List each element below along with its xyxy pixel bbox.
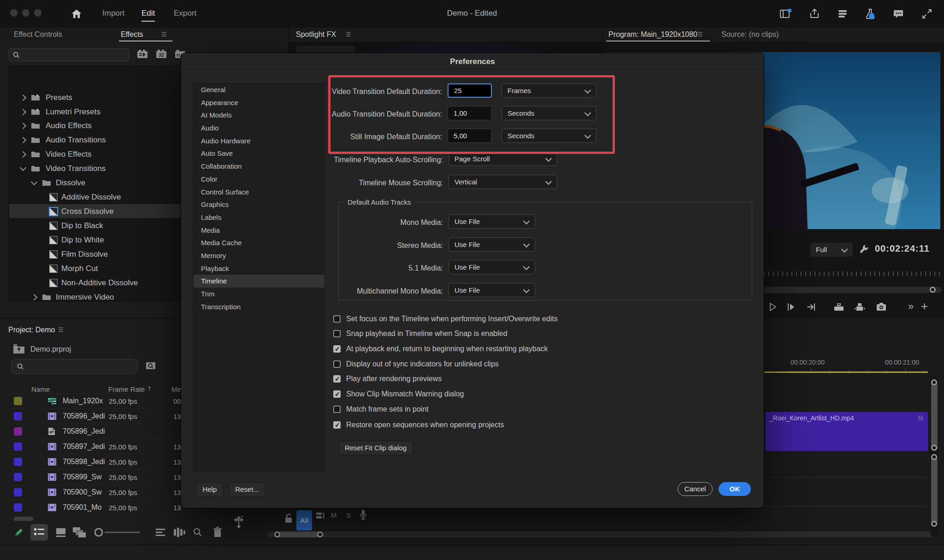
scroll-zoom-knob[interactable] <box>931 454 937 460</box>
chevron-right-icon[interactable] <box>20 151 26 158</box>
chevron-right-icon[interactable] <box>20 109 26 115</box>
category-timeline[interactable]: Timeline <box>194 275 324 288</box>
still-image-duration-input[interactable] <box>448 129 492 143</box>
project-search-field[interactable] <box>12 359 138 374</box>
track-mute-button[interactable]: M <box>331 511 337 519</box>
thumbnail-zoom-slider[interactable] <box>94 528 141 536</box>
track-solo-button[interactable]: S <box>346 511 351 519</box>
find-icon[interactable] <box>193 527 203 537</box>
scroll-zoom-knob[interactable] <box>931 445 937 451</box>
accelerated-effects-badge-icon[interactable] <box>137 49 148 59</box>
chevron-right-icon[interactable] <box>20 137 26 143</box>
checkbox-snap-playhead[interactable] <box>333 330 341 337</box>
label-color-swatch[interactable] <box>14 427 22 436</box>
category-media-cache[interactable]: Media Cache <box>194 236 324 249</box>
program-panel-menu-icon[interactable]: ☰ <box>697 31 703 38</box>
beta-flask-icon[interactable] <box>864 7 877 20</box>
play-in-to-out-icon[interactable] <box>806 302 816 312</box>
add-control-icon[interactable]: + <box>921 299 928 313</box>
column-header-frame-rate[interactable]: Frame Rate <box>108 385 145 393</box>
ok-button[interactable]: OK <box>719 482 751 496</box>
checkbox-play-after-render[interactable] <box>333 375 341 383</box>
checkbox-match-frame-in-point[interactable] <box>333 406 341 413</box>
column-header-name[interactable]: Name <box>31 385 50 393</box>
spotlight-panel-menu-icon[interactable]: ☰ <box>346 31 351 38</box>
label-color-swatch[interactable] <box>14 458 22 466</box>
voiceover-mic-icon[interactable] <box>360 509 367 520</box>
tab-source-monitor[interactable]: Source: (no clips) <box>721 30 779 39</box>
category-appearance[interactable]: Appearance <box>194 96 324 109</box>
video-tracks-scroll-handle[interactable] <box>931 382 938 451</box>
effects-search-field[interactable] <box>8 48 129 61</box>
chevron-down-icon[interactable] <box>31 179 37 185</box>
track-lock-icon[interactable] <box>284 513 293 524</box>
folder-up-icon[interactable] <box>13 344 25 354</box>
more-controls-icon[interactable]: » <box>908 301 914 312</box>
scroll-zoom-knob[interactable] <box>931 521 937 527</box>
audio-transition-duration-input[interactable] <box>448 106 492 120</box>
zoom-handle-left[interactable] <box>274 531 280 537</box>
zoom-handle-right[interactable] <box>317 531 323 537</box>
list-horizontal-scrollbar[interactable] <box>14 517 33 521</box>
effects-panel-menu-icon[interactable]: ☰ <box>161 31 167 38</box>
mixed-tools-icon[interactable] <box>233 514 245 531</box>
track-source-patch-icon[interactable] <box>316 512 325 520</box>
freeform-view-button[interactable] <box>72 526 87 538</box>
category-media[interactable]: Media <box>194 224 324 237</box>
category-labels[interactable]: Labels <box>194 211 324 224</box>
still-image-unit-select[interactable]: Seconds <box>502 129 596 143</box>
help-button[interactable]: Help <box>196 482 224 497</box>
checkbox-out-of-sync-indicators[interactable] <box>333 360 341 368</box>
32bit-color-badge-icon[interactable]: 32 <box>156 49 167 59</box>
feedback-icon[interactable] <box>892 7 905 20</box>
monitor-scrollbar-knob[interactable] <box>930 287 936 293</box>
chevron-right-icon[interactable] <box>20 94 26 101</box>
track-target-a3-button[interactable]: A3 <box>296 510 312 531</box>
video-transition-duration-input[interactable] <box>448 83 492 98</box>
tab-project[interactable]: Project: Demo <box>8 326 55 334</box>
label-color-swatch[interactable] <box>14 473 22 481</box>
zoom-level-select[interactable]: Full <box>810 243 853 257</box>
category-trim[interactable]: Trim <box>194 288 324 301</box>
step-forward-icon[interactable] <box>786 302 796 312</box>
timeline-horizontal-scrollbar[interactable] <box>267 531 936 537</box>
project-file-name[interactable]: Demo.prproj <box>30 345 71 354</box>
share-export-icon[interactable] <box>808 7 821 20</box>
search-bin-icon[interactable] <box>145 360 156 371</box>
list-view-button[interactable] <box>30 524 48 541</box>
category-transcription[interactable]: Transcription <box>194 301 324 313</box>
workspaces-icon[interactable] <box>836 7 849 20</box>
fullscreen-icon[interactable] <box>920 7 933 20</box>
column-header-media[interactable]: Me <box>171 385 181 393</box>
workspace-panel-icon[interactable] <box>779 7 792 20</box>
label-color-swatch[interactable] <box>14 397 22 405</box>
category-memory[interactable]: Memory <box>194 249 324 262</box>
mouse-scrolling-select[interactable]: Vertical <box>448 175 557 189</box>
label-color-swatch[interactable] <box>14 442 22 451</box>
monitor-time-ruler[interactable] <box>764 271 941 276</box>
chevron-right-icon[interactable] <box>31 294 37 301</box>
five-one-media-select[interactable]: Use File <box>448 260 535 274</box>
tab-effects[interactable]: Effects <box>121 30 143 39</box>
cancel-button[interactable]: Cancel <box>678 482 713 496</box>
reset-fit-clip-button[interactable]: Reset Fit Clip dialog <box>338 441 413 455</box>
audio-transition-unit-select[interactable]: Seconds <box>502 106 596 120</box>
checkbox-clip-mismatch-warning[interactable] <box>333 390 341 398</box>
column-settings-icon[interactable] <box>173 527 186 537</box>
tab-spotlight-fx[interactable]: Spotlight FX <box>296 30 336 39</box>
playback-autoscroll-select[interactable]: Page Scroll <box>448 152 557 166</box>
multichannel-media-select[interactable]: Use File <box>448 283 535 297</box>
sort-ascending-icon[interactable]: ↑ <box>148 384 151 393</box>
label-color-swatch[interactable] <box>14 488 22 496</box>
clip-fx-badge[interactable]: fx <box>918 414 923 422</box>
chevron-down-icon[interactable] <box>20 165 26 171</box>
mono-media-select[interactable]: Use File <box>448 214 535 229</box>
tab-program-monitor[interactable]: Program: Main_1920x1080 <box>608 30 697 39</box>
work-area-bar[interactable] <box>764 371 928 373</box>
category-control-surface[interactable]: Control Surface <box>194 186 324 199</box>
reset-button[interactable]: Reset... <box>229 482 265 497</box>
monitor-scrollbar[interactable] <box>764 287 942 293</box>
category-graphics[interactable]: Graphics <box>194 198 324 211</box>
scroll-zoom-knob[interactable] <box>931 379 937 385</box>
icon-view-button[interactable] <box>55 527 66 537</box>
